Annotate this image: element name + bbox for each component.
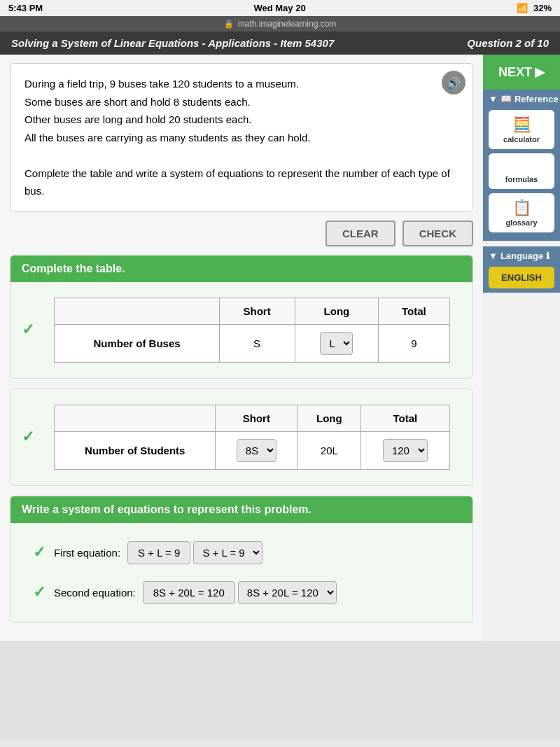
table2-section: ✓ Short Long Total Number of Students: [10, 389, 473, 486]
buses-long-dropdown[interactable]: L: [320, 332, 353, 355]
table1-section: Complete the table. ✓ Short Long Total: [10, 255, 473, 379]
glossary-label: glossary: [505, 218, 537, 227]
glossary-icon: 📋: [512, 199, 531, 217]
col-short: Short: [219, 298, 295, 324]
table2-wrapper: ✓ Short Long Total Number of Students: [22, 399, 461, 475]
language-label: Language: [500, 251, 543, 261]
students-short-cell: 8S: [216, 431, 298, 469]
equations-section: Write a system of equations to represent…: [10, 496, 473, 623]
page-header: Solving a System of Linear Equations - A…: [0, 32, 560, 55]
checkmark-3: ✓: [33, 543, 47, 561]
info-icon: ℹ: [546, 251, 550, 261]
url-display: math.imaginelearning.com: [238, 19, 337, 29]
nav-bar: 🔒 math.imaginelearning.com: [0, 16, 560, 32]
right-sidebar: NEXT ▶ ▼ 📖 Reference 🧮 calculator f(x) f…: [483, 55, 560, 641]
calculator-icon: 🧮: [512, 116, 531, 134]
students-long-cell: 20L: [298, 431, 361, 469]
left-panel: 🔊 During a field trip, 9 buses take 120 …: [0, 55, 483, 641]
students-short-dropdown[interactable]: 8S: [237, 439, 276, 462]
second-equation-dropdown[interactable]: 8S + 20L = 120: [238, 581, 337, 604]
reference-label: Reference: [514, 94, 559, 104]
next-button[interactable]: NEXT ▶: [483, 55, 560, 90]
bottom-area: [0, 641, 560, 739]
main-content: 🔊 During a field trip, 9 buses take 120 …: [0, 55, 560, 641]
col-long-2: Long: [298, 405, 361, 431]
question-number: Question 2 of 10: [467, 37, 549, 49]
glossary-item[interactable]: 📋 glossary: [489, 193, 554, 232]
second-equation-row: ✓ Second equation: 8S + 20L = 120 8S + 2…: [22, 573, 461, 613]
next-arrow-icon: ▶: [535, 64, 545, 80]
action-buttons: CLEAR CHECK: [10, 221, 473, 246]
problem-box: 🔊 During a field trip, 9 buses take 120 …: [10, 63, 473, 212]
table1-header: Complete the table.: [10, 256, 472, 282]
speaker-button[interactable]: 🔊: [442, 71, 465, 95]
row-label-buses: Number of Buses: [55, 324, 219, 362]
language-header[interactable]: ▼ Language ℹ: [489, 251, 554, 261]
problem-text: During a field trip, 9 buses take 120 st…: [24, 75, 458, 200]
formulas-item[interactable]: f(x) formulas: [489, 153, 554, 189]
buses-long-cell: L: [295, 324, 379, 362]
formulas-icon: f(x): [512, 159, 531, 174]
time-display: 5:43 PM: [8, 3, 43, 13]
checkmark-2: ✓: [22, 428, 36, 446]
first-equation-label: First equation:: [54, 547, 120, 559]
second-equation-label: Second equation:: [54, 587, 136, 599]
col-empty-2: [55, 405, 216, 431]
equations-header: Write a system of equations to represent…: [10, 496, 472, 523]
check-button[interactable]: CHECK: [402, 221, 473, 246]
first-equation-dropdown[interactable]: S + L = 9: [193, 541, 262, 564]
language-triangle-icon: ▼: [489, 251, 498, 261]
first-equation-select-wrap: S + L = 9 S + L = 9: [127, 541, 262, 564]
buses-total-cell: 9: [379, 324, 449, 362]
page-title: Solving a System of Linear Equations - A…: [11, 37, 334, 49]
checkmark-1: ✓: [22, 321, 36, 339]
status-bar: 5:43 PM Wed May 20 📶 32%: [0, 0, 560, 16]
formulas-label: formulas: [505, 175, 538, 183]
next-label: NEXT: [498, 65, 532, 80]
students-total-cell: 120: [361, 431, 449, 469]
battery-display: 32%: [533, 3, 552, 13]
buses-short-cell: S: [219, 324, 295, 362]
col-short-2: Short: [216, 405, 298, 431]
reference-header[interactable]: ▼ 📖 Reference: [489, 94, 554, 104]
reference-panel: ▼ 📖 Reference 🧮 calculator f(x) formulas…: [483, 90, 560, 241]
table1-wrapper: ✓ Short Long Total Number of Buses: [22, 292, 461, 368]
students-table: Short Long Total Number of Students 8S: [54, 405, 449, 470]
language-panel: ▼ Language ℹ ENGLISH: [483, 246, 560, 293]
date-display: Wed May 20: [253, 3, 305, 13]
reference-book-icon: 📖: [500, 94, 512, 104]
buses-table: Short Long Total Number of Buses S L: [54, 298, 449, 363]
first-equation-row: ✓ First equation: S + L = 9 S + L = 9: [22, 533, 461, 573]
second-equation-select-wrap: 8S + 20L = 120 8S + 20L = 120: [143, 581, 337, 604]
checkmark-4: ✓: [33, 583, 47, 601]
wifi-icon: 📶: [517, 3, 528, 13]
col-total: Total: [379, 298, 449, 324]
clear-button[interactable]: CLEAR: [326, 221, 396, 246]
english-button[interactable]: ENGLISH: [489, 267, 554, 288]
reference-triangle-icon: ▼: [489, 94, 498, 104]
col-empty: [55, 298, 219, 324]
row-label-students: Number of Students: [55, 431, 216, 469]
calculator-label: calculator: [503, 135, 540, 144]
table-row: Number of Buses S L 9: [55, 324, 449, 362]
table-row-2: Number of Students 8S 20L 120: [55, 431, 449, 469]
second-equation-value: 8S + 20L = 120: [143, 581, 235, 604]
students-total-dropdown[interactable]: 120: [383, 439, 428, 462]
lock-icon: 🔒: [224, 20, 234, 29]
first-equation-value: S + L = 9: [127, 541, 190, 564]
col-long: Long: [295, 298, 379, 324]
calculator-item[interactable]: 🧮 calculator: [489, 110, 554, 149]
col-total-2: Total: [361, 405, 449, 431]
